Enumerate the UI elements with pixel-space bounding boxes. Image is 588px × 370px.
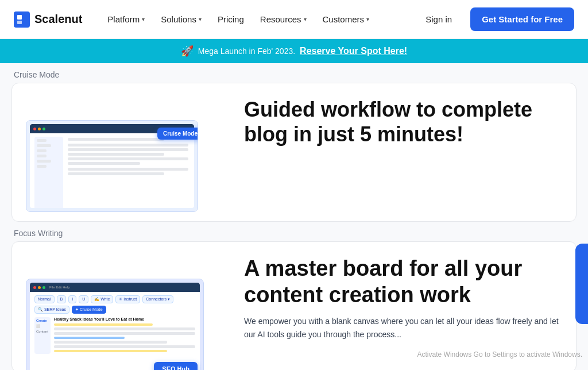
logo-icon xyxy=(14,11,30,28)
cruise-mode-text-area: Guided workflow to complete blog in just… xyxy=(244,92,562,147)
mock-highlight-1 xyxy=(54,323,153,326)
nav-item-customers[interactable]: Customers ▾ xyxy=(316,10,377,29)
nav-item-solutions[interactable]: Solutions ▾ xyxy=(154,10,208,29)
toolbar-chip-u: U xyxy=(79,295,88,303)
nav-label-solutions: Solutions xyxy=(161,14,196,24)
focus-writing-heading: A master board for all your content crea… xyxy=(244,256,562,308)
cruise-mode-card: Cruise Mode Guided workflow to complete … xyxy=(11,83,577,222)
nav-label-resources: Resources xyxy=(260,14,301,24)
mock-line xyxy=(54,327,195,330)
mock-line xyxy=(54,332,195,335)
svg-rect-1 xyxy=(17,21,22,24)
toolbar-chip-b: B xyxy=(57,295,67,303)
focus-writing-body: We empower you with a blank canvas where… xyxy=(244,315,562,341)
mock-dot-yellow xyxy=(38,286,41,289)
cruise-mode-screenshot-area: Cruise Mode xyxy=(26,104,221,212)
mock-highlight-2 xyxy=(54,337,125,339)
focus-writing-toolbar: Normal B I U ✍ Write ✳ Instruct Connecto… xyxy=(34,295,195,314)
windows-watermark: Activate Windows Go to Settings to activ… xyxy=(417,350,582,359)
navbar-right: Sign in Get Started for Free xyxy=(416,7,574,31)
toolbar-chip-cruise: ✦ Cruise Mode xyxy=(72,306,106,314)
announcement-banner: 🚀 Mega Launch in Feb' 2023. Reserve Your… xyxy=(0,39,588,63)
announcement-text: Mega Launch in Feb' 2023. xyxy=(198,47,295,56)
chevron-down-icon: ▾ xyxy=(199,16,202,22)
mock-highlight-3 xyxy=(54,350,167,352)
cruise-mode-heading: Guided workflow to complete blog in just… xyxy=(244,97,562,147)
mock-line xyxy=(54,341,167,344)
mock-line xyxy=(54,345,195,348)
nav-label-pricing: Pricing xyxy=(218,14,244,24)
seo-hub-badge: SEO Hub xyxy=(154,362,198,370)
focus-writing-mock-inner: File Edit Help Normal B I U ✍ Write ✳ In… xyxy=(30,283,200,370)
mock-dot-red xyxy=(33,286,36,289)
mock-dot-green xyxy=(42,286,45,289)
get-started-button[interactable]: Get Started for Free xyxy=(470,7,574,31)
nav-label-customers: Customers xyxy=(323,14,365,24)
toolbar-chip-serp: 🔍 SERP Ideas xyxy=(34,306,69,314)
toolbar-chip-connectors: Connectors ▾ xyxy=(142,295,173,303)
focus-writing-screenshot-area: File Edit Help Normal B I U ✍ Write ✳ In… xyxy=(26,263,221,370)
focus-writing-label: Focus Writing xyxy=(11,229,577,238)
right-edge-decoration xyxy=(575,244,588,324)
mock-article-title: Healthy Snack Ideas You'll Love to Eat a… xyxy=(54,317,195,321)
nav-label-platform: Platform xyxy=(107,14,140,24)
logo-text: Scalenut xyxy=(34,13,82,26)
main-content: Cruise Mode xyxy=(0,63,588,370)
mock-dot-green xyxy=(42,128,45,130)
logo[interactable]: Scalenut xyxy=(14,11,82,28)
toolbar-chip-write: ✍ Write xyxy=(91,295,113,303)
cruise-mode-mock-screen: Cruise Mode xyxy=(26,120,198,212)
focus-writing-text-area: A master board for all your content crea… xyxy=(244,251,562,341)
toolbar-chip-instruct: ✳ Instruct xyxy=(115,295,140,303)
cruise-mode-badge: Cruise Mode xyxy=(157,128,198,140)
announcement-link[interactable]: Reserve Your Spot Here! xyxy=(300,46,407,56)
nav-item-platform[interactable]: Platform ▾ xyxy=(100,10,152,29)
mock-dot-yellow xyxy=(38,128,41,130)
nav-item-pricing[interactable]: Pricing xyxy=(211,10,251,29)
focus-writing-section: Focus Writing File Edit Help Norma xyxy=(11,229,577,370)
chevron-down-icon: ▾ xyxy=(366,16,369,22)
toolbar-chip-normal: Normal xyxy=(34,295,55,303)
nav-item-resources[interactable]: Resources ▾ xyxy=(253,10,314,29)
svg-rect-0 xyxy=(17,15,22,20)
chevron-down-icon: ▾ xyxy=(304,16,307,22)
sign-in-button[interactable]: Sign in xyxy=(416,10,461,29)
focus-writing-title-bar: File Edit Help xyxy=(30,283,200,292)
toolbar-chip-i: I xyxy=(68,295,76,303)
mock-dot-red xyxy=(33,128,36,130)
navbar: Scalenut Platform ▾ Solutions ▾ Pricing … xyxy=(0,0,588,39)
announcement-emoji: 🚀 xyxy=(181,45,194,57)
focus-writing-mock-screen: File Edit Help Normal B I U ✍ Write ✳ In… xyxy=(26,279,204,370)
cruise-mode-label: Cruise Mode xyxy=(11,70,577,79)
navbar-left: Scalenut Platform ▾ Solutions ▾ Pricing … xyxy=(14,10,376,29)
chevron-down-icon: ▾ xyxy=(142,16,145,22)
cruise-mode-section: Cruise Mode xyxy=(11,70,577,222)
nav-items: Platform ▾ Solutions ▾ Pricing Resources… xyxy=(100,10,376,29)
